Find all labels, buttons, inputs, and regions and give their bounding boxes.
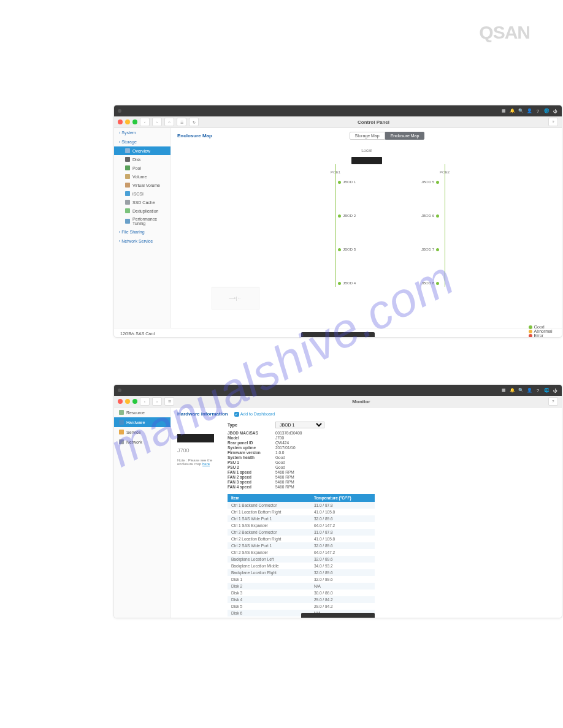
sidebar-item[interactable]: iSCSI: [114, 189, 170, 198]
kv-value: Good: [275, 465, 556, 469]
table-row: Ctrl 1 Location Bottom Right41.0 / 105.8: [228, 509, 375, 515]
back-button[interactable]: ‹: [140, 118, 150, 126]
forward-button[interactable]: ›: [152, 118, 162, 126]
user-icon[interactable]: 👤: [526, 387, 532, 393]
jbod-node[interactable]: JBOD 8: [421, 281, 439, 285]
kv-key: PSU 2: [228, 465, 275, 469]
table-row: Disk 2N/A: [228, 583, 375, 590]
table-row: Ctrl 1 Backend Connector31.0 / 87.8: [228, 502, 375, 509]
cell-temp: 34.0 / 93.2: [310, 563, 375, 569]
jbod-node[interactable]: JBOD 2: [338, 214, 356, 218]
kv-value: Good: [275, 455, 556, 460]
table-row: Ctrl 2 Location Bottom Right41.0 / 105.8: [228, 536, 375, 542]
grid-icon[interactable]: ▦: [500, 387, 507, 393]
jbod-node[interactable]: JBOD 4: [338, 281, 356, 285]
sidebar-item[interactable]: Resource: [114, 408, 170, 417]
cell-item: Disk 1: [228, 576, 310, 583]
model-badge: J700: [177, 447, 220, 453]
status-dot-icon: [338, 282, 341, 285]
kv-value: 5460 RPM: [275, 485, 556, 489]
list-button[interactable]: ☰: [177, 118, 186, 126]
home-button[interactable]: ⌂: [164, 118, 174, 126]
grid-icon[interactable]: ▦: [500, 108, 507, 114]
sidebar: › System› StorageOverviewDiskPoolVolumeV…: [114, 128, 171, 328]
sidebar-item[interactable]: Network: [114, 437, 170, 447]
kv-value: 001378d30400: [275, 431, 556, 435]
app-icon: [118, 109, 121, 113]
cell-temp: 29.0 / 84.2: [310, 603, 375, 610]
cell-temp: 32.0 / 89.6: [310, 542, 375, 549]
minimize-icon[interactable]: [125, 399, 130, 404]
os-topbar: ▦ 🔔 🔍 👤 ? 🌐 ⏻: [114, 385, 562, 396]
sidebar-item[interactable]: Performance Tuning: [114, 215, 170, 227]
search-icon[interactable]: 🔍: [518, 108, 524, 114]
sidebar-item-icon: [125, 183, 130, 188]
view-tab[interactable]: Enclosure Map: [385, 132, 425, 140]
sidebar-group[interactable]: › File Sharing: [114, 227, 170, 237]
refresh-button[interactable]: ↻: [189, 118, 199, 126]
kv-value: 2017/01/10: [275, 446, 556, 450]
local-device-icon[interactable]: [351, 157, 382, 164]
sidebar-item[interactable]: SSD Cache: [114, 198, 170, 207]
jbod-node[interactable]: JBOD 3: [338, 248, 356, 251]
power-icon[interactable]: ⏻: [552, 387, 558, 393]
here-link[interactable]: here: [202, 462, 210, 466]
cell-temp: 32.0 / 89.6: [310, 556, 375, 563]
list-button[interactable]: ☰: [164, 397, 174, 406]
sidebar-item[interactable]: Hardware: [114, 417, 170, 427]
sidebar-group[interactable]: › Storage: [114, 137, 170, 146]
forward-button[interactable]: ›: [152, 397, 162, 406]
window-help-button[interactable]: ?: [548, 118, 558, 126]
check-icon: ✓: [234, 412, 239, 417]
chain-line-left: [335, 164, 336, 287]
sidebar-item[interactable]: Deduplication: [114, 207, 170, 215]
sidebar-group[interactable]: › Network Service: [114, 237, 170, 246]
sidebar-item-label: iSCSI: [132, 192, 144, 196]
cell-temp: 41.0 / 105.8: [310, 536, 375, 542]
jbod-node[interactable]: JBOD 7: [421, 248, 439, 251]
user-icon[interactable]: 👤: [526, 108, 532, 114]
bell-icon[interactable]: 🔔: [509, 108, 515, 114]
close-icon[interactable]: [118, 119, 123, 124]
sidebar-item-label: Pool: [132, 166, 141, 170]
sidebar-item[interactable]: Pool: [114, 164, 170, 172]
kv-value: 5460 RPM: [275, 480, 556, 484]
sidebar-item[interactable]: Volume: [114, 172, 170, 181]
maximize-icon[interactable]: [132, 119, 137, 124]
kv-value: J700: [275, 436, 556, 440]
power-icon[interactable]: ⏻: [552, 108, 558, 114]
sidebar-item-label: Service: [126, 430, 140, 434]
window-help-button[interactable]: ?: [548, 397, 558, 406]
window-title: Control Panel: [201, 119, 546, 125]
help-icon[interactable]: ?: [535, 108, 541, 114]
sidebar-item[interactable]: Virtual Volume: [114, 181, 170, 189]
type-select[interactable]: JBOD 1: [275, 422, 324, 428]
sidebar-group[interactable]: › System: [114, 128, 170, 137]
jbod-node[interactable]: JBOD 6: [421, 214, 439, 218]
jbod-node[interactable]: JBOD 5: [421, 180, 439, 184]
sidebar-item[interactable]: Service: [114, 427, 170, 437]
kv-key: FAN 2 speed: [228, 475, 275, 479]
back-button[interactable]: ‹: [140, 397, 150, 406]
cell-temp: 32.0 / 89.6: [310, 515, 375, 522]
screenshot-monitor: ▦ 🔔 🔍 👤 ? 🌐 ⏻ ‹ › ☰ Monitor ? ResourceHa…: [114, 385, 562, 618]
minimize-icon[interactable]: [125, 119, 130, 124]
view-tab[interactable]: Storage Map: [350, 132, 385, 140]
sidebar-item[interactable]: Disk: [114, 155, 170, 164]
maximize-icon[interactable]: [132, 399, 137, 404]
close-icon[interactable]: [118, 399, 123, 404]
bell-icon[interactable]: 🔔: [509, 387, 515, 393]
sidebar-item[interactable]: Overview: [114, 146, 170, 155]
add-to-dashboard-checkbox[interactable]: ✓ Add to Dashboard: [234, 412, 275, 417]
sidebar-item-icon: [125, 200, 130, 205]
kv-key: Rear panel ID: [228, 441, 275, 445]
help-icon[interactable]: ?: [535, 387, 541, 393]
kv-key: FAN 1 speed: [228, 470, 275, 474]
sidebar-item-icon: [125, 191, 130, 196]
search-icon[interactable]: 🔍: [518, 387, 524, 393]
col-temperature: Temperature (°C/°F): [310, 494, 375, 502]
globe-icon[interactable]: 🌐: [543, 108, 550, 114]
globe-icon[interactable]: 🌐: [543, 387, 550, 393]
sidebar-item-label: Volume: [132, 175, 147, 179]
jbod-node[interactable]: JBOD 1: [338, 180, 356, 184]
